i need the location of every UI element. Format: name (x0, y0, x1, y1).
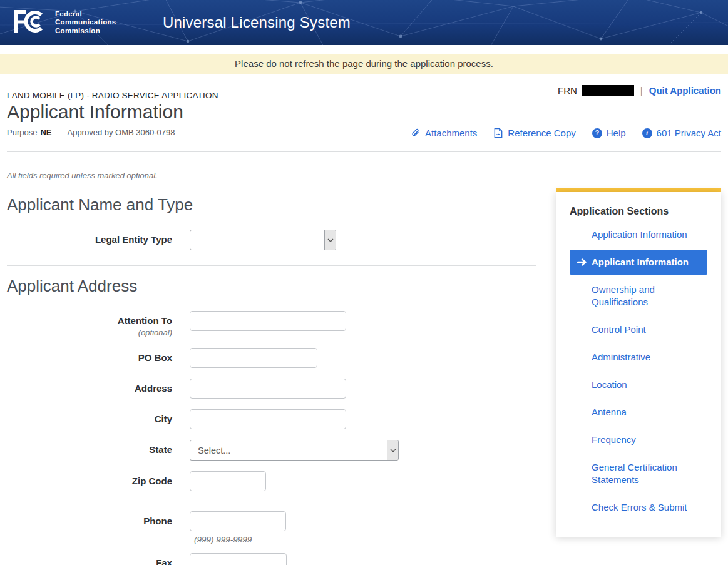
omb-approval: Approved by OMB 3060-0798 (67, 128, 175, 137)
help-link[interactable]: ? Help (592, 128, 626, 138)
fax-input[interactable] (190, 553, 287, 565)
fcc-logo-icon (11, 9, 48, 36)
attention-to-input[interactable] (190, 311, 346, 331)
state-select[interactable]: Select... (190, 440, 399, 461)
required-fields-note: All fields required unless marked option… (7, 171, 536, 180)
paperclip-icon (410, 128, 421, 138)
meta-divider (59, 127, 59, 138)
privacy-act-label: 601 Privacy Act (657, 128, 721, 138)
frn-value-redacted (582, 85, 634, 96)
purpose-value: NE (40, 128, 51, 137)
section-divider (7, 265, 536, 266)
field-row-address: Address (7, 379, 536, 399)
pdf-file-icon (493, 128, 503, 138)
phone-label: Phone (7, 516, 172, 526)
field-row-state: State Select... (7, 440, 536, 461)
sidebar-nav: Application Information Applicant Inform… (570, 221, 707, 521)
sidebar-item-general-certification[interactable]: General Certification Statements (570, 454, 685, 494)
sidebar-item-frequency[interactable]: Frequency (570, 426, 707, 454)
field-row-city: City (7, 409, 536, 429)
top-banner: Federal Communications Commission Univer… (0, 0, 728, 45)
zip-code-input[interactable] (190, 471, 266, 491)
agency-name: Federal Communications Commission (55, 10, 116, 36)
city-input[interactable] (190, 409, 346, 429)
address-label: Address (7, 383, 172, 394)
field-row-attention-to: Attention To (optional) (7, 311, 536, 337)
attachments-link[interactable]: Attachments (410, 128, 477, 138)
field-row-fax: Fax (7, 553, 536, 565)
quit-application-link[interactable]: Quit Application (649, 85, 721, 96)
arrow-right-icon (577, 258, 587, 266)
zip-code-label: Zip Code (7, 476, 172, 486)
phone-format-hint: (999) 999-9999 (190, 535, 286, 544)
reference-copy-label: Reference Copy (508, 128, 575, 138)
sidebar-item-application-information[interactable]: Application Information (570, 221, 707, 248)
sidebar-item-location[interactable]: Location (570, 371, 707, 399)
sidebar-item-antenna[interactable]: Antenna (570, 399, 707, 426)
legal-entity-type-label: Legal Entity Type (7, 234, 172, 245)
chevron-down-icon (324, 230, 336, 250)
chevron-down-icon (387, 440, 398, 460)
po-box-label: PO Box (7, 352, 172, 363)
frn-label: FRN (558, 85, 577, 96)
fax-label: Fax (7, 557, 172, 565)
header-toolbar: Attachments Reference Copy ? Help i 601 … (410, 128, 721, 138)
field-row-zip-code: Zip Code (7, 471, 536, 491)
sidebar-title: Application Sections (570, 206, 707, 217)
attention-to-label: Attention To (7, 315, 172, 326)
reference-copy-link[interactable]: Reference Copy (493, 128, 575, 138)
sidebar-item-administrative[interactable]: Administrative (570, 344, 707, 371)
help-icon: ? (592, 128, 602, 138)
application-form: All fields required unless marked option… (7, 171, 536, 565)
address-input[interactable] (190, 379, 346, 399)
agency-line: Federal (55, 10, 82, 18)
phone-input[interactable] (190, 511, 286, 531)
section-heading-address: Applicant Address (7, 277, 536, 296)
sidebar-item-check-errors-submit[interactable]: Check Errors & Submit (570, 494, 707, 521)
help-label: Help (607, 128, 626, 138)
frn-row: FRN | Quit Application (558, 85, 721, 96)
field-row-legal-entity-type: Legal Entity Type (7, 230, 536, 250)
page-header: FRN | Quit Application LAND MOBILE (LP) … (7, 74, 721, 152)
field-row-phone: Phone (999) 999-9999 (7, 511, 536, 544)
po-box-input[interactable] (190, 348, 317, 368)
sidebar-item-applicant-information[interactable]: Applicant Information (570, 250, 707, 275)
state-select-value: Select... (190, 445, 387, 456)
sidebar-item-label: Applicant Information (592, 257, 689, 267)
field-row-po-box: PO Box (7, 348, 536, 368)
agency-line: Commission (55, 27, 100, 34)
sidebar-item-control-point[interactable]: Control Point (570, 316, 707, 344)
info-icon: i (642, 128, 652, 138)
page-title: Applicant Information (7, 101, 721, 123)
attention-to-optional-hint: (optional) (7, 328, 172, 337)
privacy-act-link[interactable]: i 601 Privacy Act (642, 128, 721, 138)
state-label: State (7, 444, 172, 455)
legal-entity-type-select[interactable] (190, 230, 336, 250)
attachments-label: Attachments (425, 128, 477, 138)
section-heading-name-type: Applicant Name and Type (7, 195, 536, 215)
purpose-label: Purpose (7, 128, 37, 137)
refresh-warning-banner: Please do not refresh the page during th… (0, 54, 728, 74)
sidebar-accent-bar (556, 188, 721, 192)
app-title: Universal Licensing System (163, 14, 351, 31)
city-label: City (7, 414, 172, 424)
application-sections-sidebar: Application Sections Application Informa… (556, 188, 721, 537)
frn-separator: | (640, 85, 643, 96)
agency-line: Communications (55, 18, 116, 26)
sidebar-item-ownership-qualifications[interactable]: Ownership and Qualifications (570, 276, 676, 316)
